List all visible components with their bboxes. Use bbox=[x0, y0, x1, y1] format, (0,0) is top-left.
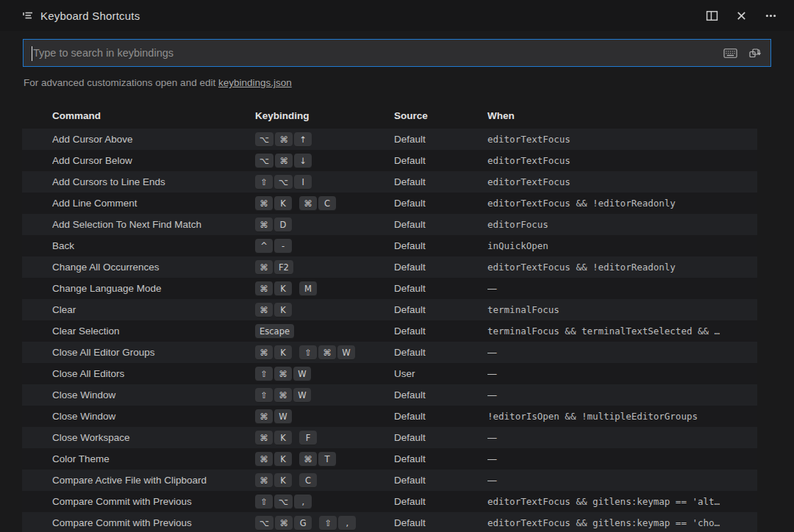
key-chord: C bbox=[299, 473, 318, 488]
table-row[interactable]: Compare Active File with Clipboard⌘KCDef… bbox=[22, 470, 757, 491]
keybinding-cell: ⌘KF bbox=[255, 431, 394, 445]
command-cell: Close All Editor Groups bbox=[52, 347, 255, 358]
keybinding-cell: ⌥⌘G⇧, bbox=[255, 516, 394, 531]
key-chord: ⇧⌥, bbox=[255, 495, 313, 509]
when-cell: editorTextFocus && gitlens:keymap == 'al… bbox=[487, 496, 757, 507]
keybindings-search-box bbox=[23, 39, 771, 67]
command-cell: Change Language Mode bbox=[52, 283, 255, 294]
sort-by-precedence-icon[interactable] bbox=[745, 43, 765, 62]
when-cell: — bbox=[487, 369, 757, 379]
key-chord: ⌘K bbox=[255, 452, 293, 467]
key-chip: ↓ bbox=[294, 154, 312, 168]
split-editor-icon[interactable] bbox=[701, 5, 722, 26]
column-header-when[interactable]: When bbox=[487, 110, 757, 121]
keybinding-cell: ⌘K⌘C bbox=[255, 196, 394, 211]
keybinding-cell: ⌘K⌘T bbox=[255, 452, 394, 467]
when-cell: editorTextFocus && !editorReadonly bbox=[487, 198, 757, 209]
key-chord: F bbox=[299, 431, 318, 445]
key-chip: ⌥ bbox=[255, 154, 273, 168]
key-chip: ⌘ bbox=[255, 409, 273, 424]
key-chip: K bbox=[274, 431, 292, 445]
key-chip: ⌥ bbox=[255, 132, 273, 147]
key-chip: ⌘ bbox=[255, 303, 273, 317]
key-chip: ⌘ bbox=[255, 345, 273, 360]
text-caret bbox=[32, 46, 32, 61]
key-chip: W bbox=[293, 367, 311, 381]
source-cell: Default bbox=[394, 453, 487, 464]
column-header-command[interactable]: Command bbox=[52, 110, 255, 121]
source-cell: Default bbox=[394, 326, 487, 337]
when-cell: editorTextFocus bbox=[487, 176, 757, 187]
key-chord: ⌥⌘↓ bbox=[255, 154, 313, 168]
command-cell: Compare Active File with Clipboard bbox=[52, 475, 255, 486]
command-cell: Compare Commit with Previous bbox=[52, 496, 255, 507]
shortcut-rows: Add Cursor Above⌥⌘↑DefaulteditorTextFocu… bbox=[22, 129, 757, 532]
keybindings-list-icon bbox=[22, 10, 34, 21]
table-row[interactable]: Close All Editor Groups⌘K⇧⌘WDefault— bbox=[22, 342, 757, 363]
key-chip: ⌥ bbox=[274, 175, 293, 190]
key-chip: ⌘ bbox=[255, 218, 273, 232]
command-cell: Add Cursor Above bbox=[52, 134, 255, 145]
table-row[interactable]: Change All Occurrences⌘F2DefaulteditorTe… bbox=[22, 256, 757, 278]
more-actions-icon[interactable] bbox=[760, 5, 781, 26]
when-cell: — bbox=[487, 390, 757, 400]
table-row[interactable]: Clear⌘KDefaultterminalFocus bbox=[22, 299, 757, 320]
when-cell: terminalFocus && terminalTextSelected &&… bbox=[487, 326, 757, 337]
key-chip: ^ bbox=[255, 239, 273, 254]
table-row[interactable]: Add Line Comment⌘K⌘CDefaulteditorTextFoc… bbox=[22, 193, 757, 214]
search-input[interactable] bbox=[24, 40, 720, 66]
table-row[interactable]: Close All Editors⇧⌘WUser— bbox=[22, 363, 757, 384]
when-cell: editorFocus bbox=[487, 219, 757, 230]
table-row[interactable]: Add Cursor Above⌥⌘↑DefaulteditorTextFocu… bbox=[22, 129, 757, 150]
key-chip: ⌘ bbox=[255, 196, 273, 211]
key-chip: ⇧ bbox=[255, 388, 273, 403]
key-chip: ⌘ bbox=[255, 281, 273, 296]
table-row[interactable]: Color Theme⌘K⌘TDefault— bbox=[22, 448, 757, 470]
key-chip: K bbox=[274, 345, 292, 360]
source-cell: Default bbox=[394, 134, 487, 145]
table-row[interactable]: Compare Commit with Previous⌥⌘G⇧,Default… bbox=[22, 512, 757, 532]
source-cell: Default bbox=[394, 389, 487, 400]
table-row[interactable]: Add Cursors to Line Ends⇧⌥IDefaulteditor… bbox=[22, 171, 757, 193]
record-keys-keyboard-icon[interactable] bbox=[720, 43, 740, 62]
source-cell: Default bbox=[394, 219, 487, 230]
key-chord: ⌥⌘↑ bbox=[255, 132, 313, 147]
keybindings-json-link[interactable]: keybindings.json bbox=[218, 77, 292, 88]
table-row[interactable]: Clear SelectionEscapeDefaultterminalFocu… bbox=[22, 320, 757, 342]
table-header: Command Keybinding Source When bbox=[22, 103, 757, 129]
keybinding-cell: ⌘W bbox=[255, 409, 394, 424]
key-chip: W bbox=[337, 345, 355, 360]
key-chord: ⇧⌘W bbox=[255, 388, 312, 403]
key-chip: ⌥ bbox=[255, 516, 273, 531]
when-cell: !editorIsOpen && !multipleEditorGroups bbox=[487, 411, 757, 422]
source-cell: Default bbox=[394, 240, 487, 251]
keybinding-cell: ⌥⌘↓ bbox=[255, 154, 394, 168]
key-chip: K bbox=[274, 281, 292, 296]
command-cell: Add Cursors to Line Ends bbox=[52, 176, 255, 187]
key-chip: , bbox=[338, 516, 356, 531]
table-row[interactable]: Close Window⇧⌘WDefault— bbox=[22, 384, 757, 406]
table-row[interactable]: Close Workspace⌘KFDefault— bbox=[22, 427, 757, 448]
when-cell: terminalFocus bbox=[487, 304, 757, 315]
key-chip: , bbox=[294, 495, 312, 509]
table-row[interactable]: Change Language Mode⌘KMDefault— bbox=[22, 278, 757, 299]
column-header-keybinding[interactable]: Keybinding bbox=[255, 110, 394, 121]
key-chip: ⌘ bbox=[275, 516, 293, 531]
key-chord: ⇧, bbox=[319, 516, 357, 531]
close-icon[interactable] bbox=[731, 5, 751, 26]
table-row[interactable]: Compare Commit with Previous⇧⌥,Defaulted… bbox=[22, 491, 757, 512]
table-row[interactable]: Close Window⌘WDefault!editorIsOpen && !m… bbox=[22, 406, 757, 427]
table-row[interactable]: Add Selection To Next Find Match⌘DDefaul… bbox=[22, 214, 757, 235]
key-chip: ⇧ bbox=[255, 367, 273, 381]
when-cell: editorTextFocus && !editorReadonly bbox=[487, 262, 757, 273]
editor-title-bar: Keyboard Shortcuts bbox=[0, 0, 794, 31]
table-row[interactable]: Add Cursor Below⌥⌘↓DefaulteditorTextFocu… bbox=[22, 150, 757, 171]
key-chord: Escape bbox=[255, 324, 296, 339]
when-cell: — bbox=[487, 475, 757, 486]
column-header-source[interactable]: Source bbox=[394, 110, 487, 121]
source-cell: Default bbox=[394, 475, 487, 486]
key-chip: ⌘ bbox=[299, 196, 317, 211]
source-cell: Default bbox=[394, 517, 487, 528]
table-row[interactable]: Back^-DefaultinQuickOpen bbox=[22, 235, 757, 256]
keybinding-cell: ⇧⌥, bbox=[255, 495, 394, 509]
